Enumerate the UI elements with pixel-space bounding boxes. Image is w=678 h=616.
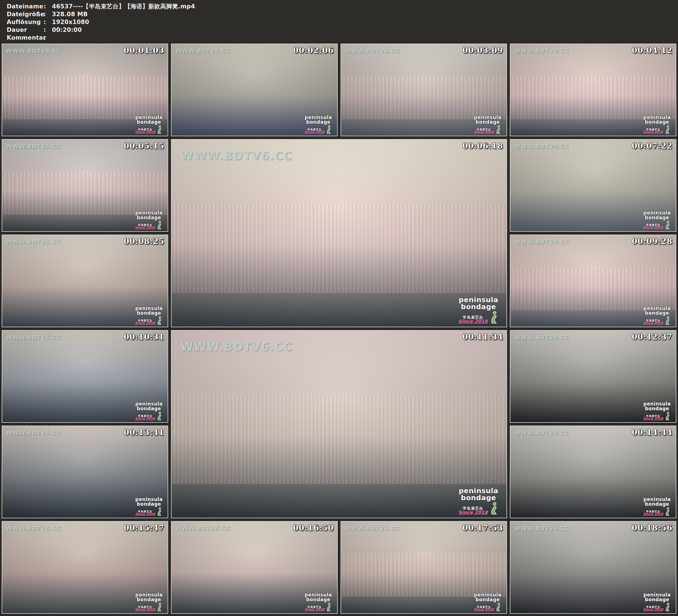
brand-logo-line2: bondage [133, 120, 165, 124]
kneeling-figure-icon [488, 502, 499, 515]
site-watermark-overlay: WWW.BDTV6.CC [514, 47, 569, 54]
file-info-header: Dateiname:46537----【半岛束艺台】【海语】新款高脚凳.mp4 … [0, 0, 678, 42]
field-separator: : [44, 34, 52, 42]
video-thumbnail: WWW.BDTV6.CC00:13:41peninsulabondage半岛束艺… [2, 426, 168, 518]
video-thumbnail: WWW.BDTV6.CC00:08:25peninsulabondage半岛束艺… [2, 235, 168, 327]
video-thumbnail: WWW.BDTV6.CC00:06:18peninsulabondage半岛束艺… [171, 139, 507, 327]
brand-logo-overlay: peninsulabondage半岛束艺台Since 2018 [641, 210, 674, 230]
field-label: Kommentar [7, 34, 44, 42]
brand-logo-overlay: peninsulabondage半岛束艺台Since 2018 [641, 115, 674, 134]
field-value [52, 34, 678, 42]
brand-logo-since: Since 2018 [304, 131, 324, 134]
site-watermark-overlay: WWW.BDTV6.CC [176, 525, 230, 532]
brand-logo-line2: bondage [641, 597, 674, 602]
brand-logo-overlay: peninsulabondage半岛束艺台Since 2018 [133, 306, 165, 325]
brand-logo-overlay: peninsulabondage半岛束艺台Since 2018 [133, 592, 165, 612]
video-thumbnail: WWW.BDTV6.CC00:02:06peninsulabondage半岛束艺… [171, 44, 337, 136]
video-thumbnail: WWW.BDTV6.CC00:12:37peninsulabondage半岛束艺… [510, 330, 676, 423]
brand-logo-line2: bondage [302, 597, 335, 602]
site-watermark-overlay: WWW.BDTV6.CC [345, 525, 400, 532]
brand-logo-line2: bondage [133, 215, 165, 220]
kneeling-figure-icon [156, 221, 163, 230]
kneeling-figure-icon [325, 125, 332, 134]
field-separator: : [44, 2, 52, 10]
video-thumbnail: WWW.BDTV6.CC00:18:56peninsulabondage半岛束艺… [510, 521, 676, 614]
kneeling-figure-icon [156, 603, 163, 612]
brand-logo-line2: bondage [454, 494, 503, 502]
video-thumbnail: WWW.BDTV6.CC00:05:15peninsulabondage半岛束艺… [2, 139, 168, 232]
field-dateigroesse: Dateigröße:328.08 MB [7, 10, 678, 18]
brand-logo-since: Since 2018 [135, 131, 155, 134]
timestamp-overlay: 00:10:31 [124, 332, 164, 342]
video-thumbnail: WWW.BDTV6.CC00:04:12peninsulabondage半岛束艺… [510, 44, 676, 136]
field-dateiname: Dateiname:46537----【半岛束艺台】【海语】新款高脚凳.mp4 [7, 2, 678, 10]
site-watermark-overlay: WWW.BDTV6.CC [6, 334, 61, 341]
field-value: 328.08 MB [52, 10, 678, 18]
field-separator: : [44, 10, 52, 18]
brand-logo-overlay: peninsulabondage半岛束艺台Since 2018 [133, 401, 165, 421]
video-thumbnail: WWW.BDTV6.CC00:07:22peninsulabondage半岛束艺… [510, 139, 676, 232]
site-watermark-overlay: WWW.BDTV6.CC [6, 525, 61, 532]
timestamp-overlay: 00:14:44 [632, 428, 672, 437]
brand-logo-overlay: peninsulabondage半岛束艺台Since 2018 [641, 306, 674, 325]
timestamp-overlay: 00:07:22 [632, 141, 672, 151]
site-watermark-overlay: WWW.BDTV6.CC [6, 429, 61, 436]
timestamp-overlay: 00:04:12 [632, 46, 672, 55]
brand-logo-line2: bondage [641, 120, 674, 124]
timestamp-overlay: 00:18:56 [632, 523, 672, 533]
brand-logo-overlay: peninsulabondage半岛束艺台Since 2018 [641, 497, 674, 516]
site-watermark-overlay: WWW.BDTV6.CC [176, 47, 230, 54]
kneeling-figure-icon [494, 603, 502, 612]
brand-logo-line1: peninsula [454, 296, 503, 304]
kneeling-figure-icon [664, 412, 671, 421]
brand-logo-line2: bondage [454, 303, 503, 310]
brand-logo-line2: bondage [471, 120, 504, 124]
field-label: Dauer [7, 26, 44, 34]
brand-logo-since: Since 2018 [643, 226, 663, 230]
timestamp-overlay: 00:03:09 [462, 46, 503, 55]
video-thumbnail: WWW.BDTV6.CC00:09:28peninsulabondage半岛束艺… [510, 235, 676, 327]
site-watermark-overlay: WWW.BDTV6.CC [181, 149, 293, 162]
brand-logo-line2: bondage [302, 120, 335, 124]
timestamp-overlay: 00:05:15 [124, 141, 164, 151]
video-thumbnail: WWW.BDTV6.CC00:10:31peninsulabondage半岛束艺… [2, 330, 168, 423]
site-watermark-overlay: WWW.BDTV6.CC [6, 47, 61, 54]
brand-logo-since: Since 2018 [474, 608, 494, 612]
brand-logo-since: Since 2018 [458, 319, 487, 324]
field-separator: : [44, 26, 52, 34]
video-thumbnail: WWW.BDTV6.CC00:11:34peninsulabondage半岛束艺… [171, 330, 507, 518]
brand-logo-line2: bondage [641, 215, 674, 220]
brand-logo-since: Since 2018 [135, 226, 155, 230]
field-dauer: Dauer:00:20:00 [7, 26, 678, 34]
site-watermark-overlay: WWW.BDTV6.CC [6, 143, 61, 150]
brand-logo-overlay: peninsulabondage半岛束艺台Since 2018 [641, 592, 674, 612]
site-watermark-overlay: WWW.BDTV6.CC [514, 334, 569, 341]
brand-logo-overlay: peninsulabondage半岛束艺台Since 2018 [454, 296, 503, 324]
brand-logo-line2: bondage [641, 406, 674, 411]
timestamp-overlay: 00:01:03 [124, 46, 164, 55]
video-thumbnail: WWW.BDTV6.CC00:17:53peninsulabondage半岛束艺… [341, 521, 507, 614]
site-watermark-overlay: WWW.BDTV6.CC [514, 429, 569, 436]
kneeling-figure-icon [664, 603, 671, 612]
timestamp-overlay: 00:15:47 [124, 523, 164, 533]
timestamp-overlay: 00:02:06 [293, 46, 334, 55]
timestamp-overlay: 00:13:41 [124, 428, 164, 437]
kneeling-figure-icon [664, 316, 671, 325]
brand-logo-since: Since 2018 [458, 510, 487, 515]
brand-logo-since: Since 2018 [135, 417, 155, 421]
brand-logo-overlay: peninsulabondage半岛束艺台Since 2018 [302, 592, 335, 612]
kneeling-figure-icon [156, 412, 163, 421]
brand-logo-line2: bondage [641, 311, 674, 315]
brand-logo-line2: bondage [133, 502, 165, 506]
brand-logo-overlay: peninsulabondage半岛束艺台Since 2018 [133, 210, 165, 230]
brand-logo-since: Since 2018 [643, 417, 663, 421]
site-watermark-overlay: WWW.BDTV6.CC [181, 340, 293, 353]
timestamp-overlay: 00:08:25 [124, 237, 164, 246]
brand-logo-since: Since 2018 [135, 608, 155, 612]
site-watermark-overlay: WWW.BDTV6.CC [6, 238, 61, 245]
video-thumbnail: WWW.BDTV6.CC00:03:09peninsulabondage半岛束艺… [341, 44, 507, 136]
kneeling-figure-icon [156, 507, 163, 516]
video-thumbnail: WWW.BDTV6.CC00:16:50peninsulabondage半岛束艺… [171, 521, 337, 614]
field-value: 46537----【半岛束艺台】【海语】新款高脚凳.mp4 [52, 2, 678, 10]
brand-logo-since: Since 2018 [135, 322, 155, 325]
